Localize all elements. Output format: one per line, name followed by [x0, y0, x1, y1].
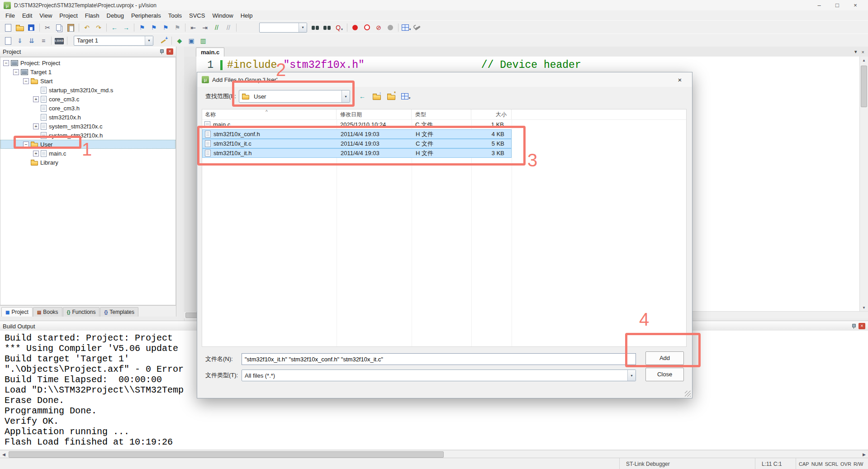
next-bookmark-icon[interactable]: ⚑ — [160, 23, 171, 33]
collapse-icon[interactable]: − — [23, 142, 29, 147]
close-panel-icon[interactable]: × — [166, 48, 173, 55]
chevron-down-icon[interactable]: ▾ — [145, 36, 153, 45]
file-row[interactable]: main.c2025/12/10 10:24C 文件1 KB — [202, 120, 512, 129]
menu-peripherals[interactable]: Peripherals — [128, 11, 165, 20]
minimize-button[interactable]: – — [810, 2, 828, 9]
chevron-down-icon[interactable]: ▾ — [342, 90, 350, 102]
filename-input[interactable] — [242, 353, 636, 365]
look-in-select[interactable]: User ▾ — [239, 90, 350, 103]
menu-window[interactable]: Window — [209, 11, 237, 20]
new-folder-icon[interactable]: * — [386, 91, 397, 101]
redo-icon[interactable]: ↷ — [93, 23, 104, 33]
copy-icon[interactable] — [54, 23, 65, 33]
tab-list-icon[interactable]: ▾ — [854, 49, 857, 55]
translate-file-icon[interactable] — [3, 36, 14, 46]
pack-installer-icon[interactable]: ▣ — [186, 36, 197, 46]
back-icon[interactable]: ← — [357, 91, 368, 101]
tab-books[interactable]: ▤Books — [33, 307, 62, 317]
pin-icon[interactable] — [852, 324, 856, 329]
tab-main-c[interactable]: main.c — [196, 47, 224, 57]
tab-templates[interactable]: {}Templates — [100, 307, 138, 317]
menu-debug[interactable]: Debug — [103, 11, 128, 20]
tree-item-user[interactable]: −User — [0, 140, 175, 149]
scroll-down-icon[interactable]: ▼ — [860, 304, 868, 311]
expand-icon[interactable]: + — [33, 123, 39, 129]
chevron-down-icon[interactable]: ▾ — [409, 96, 411, 101]
paste-icon[interactable] — [66, 23, 76, 33]
tree-item-stm32f10x.h[interactable]: stm32f10x.h — [0, 113, 175, 122]
scroll-left-icon[interactable]: ◀ — [0, 452, 8, 457]
tree-item-startup-stm32f10x-md.s[interactable]: startup_stm32f10x_md.s — [0, 85, 175, 95]
add-button[interactable]: Add — [645, 351, 684, 365]
incremental-find-icon[interactable]: Q▾ — [334, 23, 345, 33]
navigate-back-icon[interactable]: ← — [109, 23, 120, 33]
scrollbar-thumb[interactable] — [861, 66, 867, 107]
open-file-icon[interactable] — [14, 23, 25, 33]
rebuild-icon[interactable]: ⇊ — [26, 36, 37, 46]
kill-breakpoints-icon[interactable]: ⊘ — [373, 23, 384, 33]
insert-bookmark-icon[interactable]: ⚑ — [137, 23, 147, 33]
build-icon[interactable]: ⇓ — [14, 36, 25, 46]
clear-bookmarks-icon[interactable]: ⚑ — [172, 23, 183, 33]
find-icon[interactable] — [322, 23, 333, 33]
chevron-down-icon[interactable]: ▾ — [409, 28, 411, 33]
file-row[interactable]: stm32f10x_it.c2011/4/4 19:03C 文件5 KB — [202, 139, 512, 148]
restore-button[interactable]: □ — [828, 2, 846, 9]
file-type-select[interactable]: All files (*.*) ▾ — [242, 370, 636, 381]
view-menu-icon[interactable]: ▾ — [400, 91, 411, 101]
tree-item-start[interactable]: −Start — [0, 76, 175, 85]
uncomment-icon[interactable]: // — [223, 23, 234, 33]
cut-icon[interactable]: ✂ — [42, 23, 53, 33]
menu-svcs[interactable]: SVCS — [185, 11, 209, 20]
tree-item-system-stm32f10x.h[interactable]: system_stm32f10x.h — [0, 131, 175, 140]
editor-vertical-scrollbar[interactable]: ▲ ▼ — [859, 57, 868, 311]
close-button[interactable]: × — [846, 2, 864, 9]
undo-icon[interactable]: ↶ — [81, 23, 92, 33]
unindent-icon[interactable]: ⇤ — [188, 23, 199, 33]
tree-item-main.c[interactable]: +main.c — [0, 149, 175, 158]
menu-view[interactable]: View — [36, 11, 56, 20]
scrollbar-thumb[interactable] — [9, 451, 444, 458]
menu-project[interactable]: Project — [56, 11, 81, 20]
up-one-level-icon[interactable]: ↑ — [371, 91, 382, 101]
expand-icon[interactable]: + — [33, 96, 39, 102]
close-button[interactable]: Close — [645, 368, 684, 381]
chevron-down-icon[interactable]: ▾ — [341, 28, 343, 33]
tab-project[interactable]: ▦Project — [1, 307, 33, 317]
file-row[interactable]: stm32f10x_conf.h2011/4/4 19:03H 文件4 KB — [202, 129, 512, 139]
dialog-close-icon[interactable]: × — [672, 76, 688, 84]
options-for-target-icon[interactable] — [158, 36, 169, 46]
file-row[interactable]: stm32f10x_it.h2011/4/4 19:03H 文件3 KB — [202, 148, 512, 158]
column-type[interactable]: 类型 — [412, 109, 471, 119]
menu-help[interactable]: Help — [237, 11, 256, 20]
target-select[interactable]: Target 1 ▾ — [74, 36, 153, 46]
close-document-icon[interactable]: × — [862, 49, 864, 55]
menu-tools[interactable]: Tools — [165, 11, 185, 20]
tree-item-target-1[interactable]: −Target 1 — [0, 67, 175, 76]
collapse-icon[interactable]: − — [3, 60, 9, 66]
comment-icon[interactable]: // — [211, 23, 222, 33]
tree-item-library[interactable]: Library — [0, 158, 175, 167]
collapse-icon[interactable]: − — [23, 78, 29, 84]
debug-windows-icon[interactable]: ▾ — [401, 23, 412, 33]
save-icon[interactable] — [26, 23, 37, 33]
menu-edit[interactable]: Edit — [19, 11, 36, 20]
tab-functions[interactable]: {}Functions — [63, 307, 100, 317]
tree-item-core-cm3.c[interactable]: +core_cm3.c — [0, 95, 175, 104]
manage-rte-icon[interactable]: ◆ — [174, 36, 185, 46]
disable-breakpoint-icon[interactable] — [361, 23, 372, 33]
configure-icon[interactable] — [413, 23, 423, 33]
indent-icon[interactable]: ⇥ — [199, 23, 210, 33]
previous-bookmark-icon[interactable]: ⚑ — [148, 23, 159, 33]
tree-item-system-stm32f10x.c[interactable]: +system_stm32f10x.c — [0, 122, 175, 131]
column-name[interactable]: ^名称 — [202, 109, 337, 119]
column-date[interactable]: 修改日期 — [337, 109, 412, 119]
build-output-scrollbar[interactable]: ◀ ▶ — [0, 450, 868, 458]
download-icon[interactable]: LOAD — [54, 36, 65, 46]
pin-icon[interactable] — [160, 49, 164, 54]
tree-item-project-project[interactable]: −Project: Project — [0, 58, 175, 67]
tree-item-core-cm3.h[interactable]: core_cm3.h — [0, 104, 175, 113]
resize-grip[interactable] — [685, 391, 691, 397]
scroll-up-icon[interactable]: ▲ — [860, 57, 868, 64]
scroll-right-icon[interactable]: ▶ — [860, 452, 868, 457]
